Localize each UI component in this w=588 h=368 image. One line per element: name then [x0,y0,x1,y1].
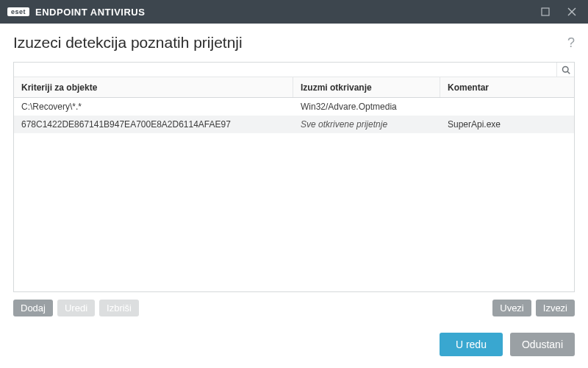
cell-exclude: Win32/Advare.Optmedia [293,102,440,112]
product-name: ENDPOINT ANTIVIRUS [35,7,145,18]
edit-button[interactable]: Uredi [57,300,95,316]
minimize-button[interactable] [532,0,559,24]
header-exclude[interactable]: Izuzmi otkrivanje [293,77,440,97]
titlebar: eset ENDPOINT ANTIVIRUS [0,0,588,24]
ok-button[interactable]: U redu [440,333,503,356]
cell-criteria: C:\Recovery\*.* [14,102,293,112]
help-button[interactable]: ? [567,35,575,51]
brand-logo: eset [7,7,29,16]
close-button[interactable] [559,0,585,24]
table-body: C:\Recovery\*.*Win32/Advare.Optmedia678C… [14,98,574,291]
search-icon[interactable] [556,63,574,77]
cell-criteria: 678C1422DE867141B947EA700E8A2D6114AFAE97 [14,119,293,130]
cell-comment: SuperApi.exe [440,119,574,130]
exclusions-panel: Kriteriji za objekte Izuzmi otkrivanje K… [13,62,575,292]
export-button[interactable]: Izvezi [536,300,575,316]
page-title: Izuzeci detekcija poznatih prijetnji [13,34,567,52]
cell-exclude: Sve otkrivene prijetnje [293,119,440,130]
header-comment[interactable]: Komentar [440,77,574,97]
header-criteria[interactable]: Kriteriji za objekte [14,77,293,97]
cancel-button[interactable]: Odustani [510,333,575,356]
table-row[interactable]: C:\Recovery\*.*Win32/Advare.Optmedia [14,98,574,116]
delete-button[interactable]: Izbriši [99,300,139,316]
table-row[interactable]: 678C1422DE867141B947EA700E8A2D6114AFAE97… [14,116,574,133]
import-button[interactable]: Uvezi [492,300,531,316]
svg-line-4 [567,71,570,74]
svg-rect-0 [542,8,549,15]
table-header: Kriteriji za objekte Izuzmi otkrivanje K… [14,77,574,98]
add-button[interactable]: Dodaj [13,300,53,316]
svg-point-3 [562,66,568,72]
